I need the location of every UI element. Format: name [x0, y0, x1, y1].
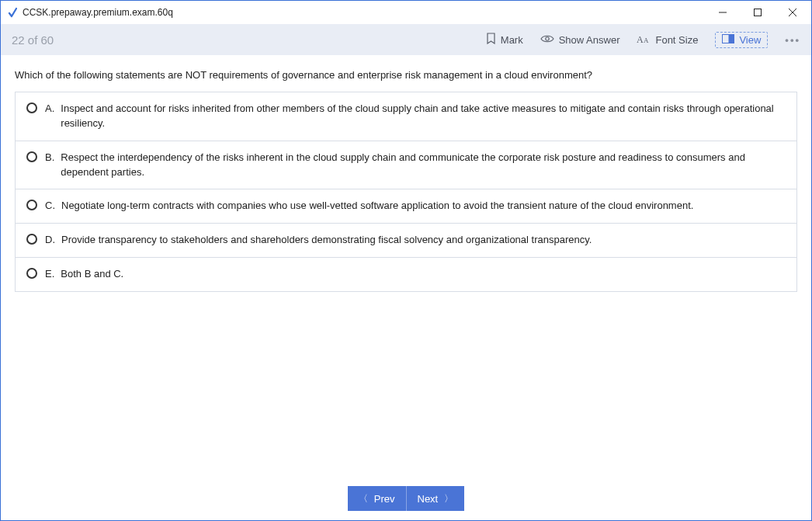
footer-nav: 〈 Prev Next 〉 — [1, 477, 811, 520]
app-logo-icon — [7, 7, 18, 18]
bookmark-icon — [486, 33, 496, 47]
radio-icon — [26, 151, 37, 162]
svg-rect-8 — [729, 35, 734, 43]
prev-button[interactable]: 〈 Prev — [348, 486, 407, 511]
next-label: Next — [418, 493, 439, 505]
option-text: Respect the interdependency of the risks… — [61, 151, 786, 180]
view-icon — [722, 34, 734, 46]
radio-icon — [26, 200, 37, 210]
show-answer-label: Show Answer — [559, 34, 620, 46]
chevron-left-icon: 〈 — [359, 492, 368, 505]
options-list: A. Inspect and account for risks inherit… — [15, 92, 797, 292]
minimize-button[interactable] — [705, 1, 740, 24]
option-e[interactable]: E. Both B and C. — [16, 257, 796, 291]
option-d[interactable]: D. Provide transparency to stakeholders … — [16, 223, 796, 257]
show-answer-button[interactable]: Show Answer — [540, 34, 620, 46]
view-button[interactable]: View — [715, 32, 768, 48]
view-label: View — [739, 34, 761, 46]
option-letter: C. — [45, 199, 55, 214]
svg-text:A: A — [644, 36, 649, 44]
font-size-label: Font Size — [655, 34, 698, 46]
svg-rect-1 — [754, 9, 761, 16]
option-b[interactable]: B. Respect the interdependency of the ri… — [16, 141, 796, 189]
toolbar: 22 of 60 Mark Show Answer AA Font Size V… — [1, 24, 811, 55]
font-size-button[interactable]: AA Font Size — [637, 33, 698, 47]
question-text: Which of the following statements are NO… — [15, 69, 797, 81]
option-letter: E. — [45, 267, 54, 282]
option-letter: A. — [45, 102, 54, 131]
option-letter: B. — [45, 151, 54, 180]
chevron-right-icon: 〉 — [444, 492, 453, 505]
option-letter: D. — [45, 233, 55, 248]
prev-label: Prev — [374, 493, 395, 505]
svg-text:A: A — [637, 34, 644, 44]
more-button[interactable]: ••• — [785, 34, 800, 46]
font-size-icon: AA — [637, 33, 651, 47]
eye-icon — [540, 34, 554, 46]
mark-button[interactable]: Mark — [486, 33, 523, 47]
title-bar: CCSK.prepaway.premium.exam.60q — [1, 1, 811, 24]
option-c[interactable]: C. Negotiate long-term contracts with co… — [16, 189, 796, 223]
option-text: Inspect and account for risks inherited … — [61, 102, 786, 131]
close-button[interactable] — [775, 1, 810, 24]
mark-label: Mark — [501, 34, 523, 46]
option-text: Provide transparency to stakeholders and… — [61, 233, 786, 248]
next-button[interactable]: Next 〉 — [407, 486, 465, 511]
option-text: Both B and C. — [61, 267, 786, 282]
radio-icon — [26, 268, 37, 279]
radio-icon — [26, 102, 37, 113]
svg-point-4 — [546, 36, 549, 40]
window-title: CCSK.prepaway.premium.exam.60q — [23, 7, 173, 18]
question-counter: 22 of 60 — [12, 33, 54, 47]
content-area: Which of the following statements are NO… — [1, 55, 811, 477]
maximize-button[interactable] — [740, 1, 775, 24]
option-a[interactable]: A. Inspect and account for risks inherit… — [16, 92, 796, 141]
radio-icon — [26, 234, 37, 245]
option-text: Negotiate long-term contracts with compa… — [61, 199, 786, 214]
